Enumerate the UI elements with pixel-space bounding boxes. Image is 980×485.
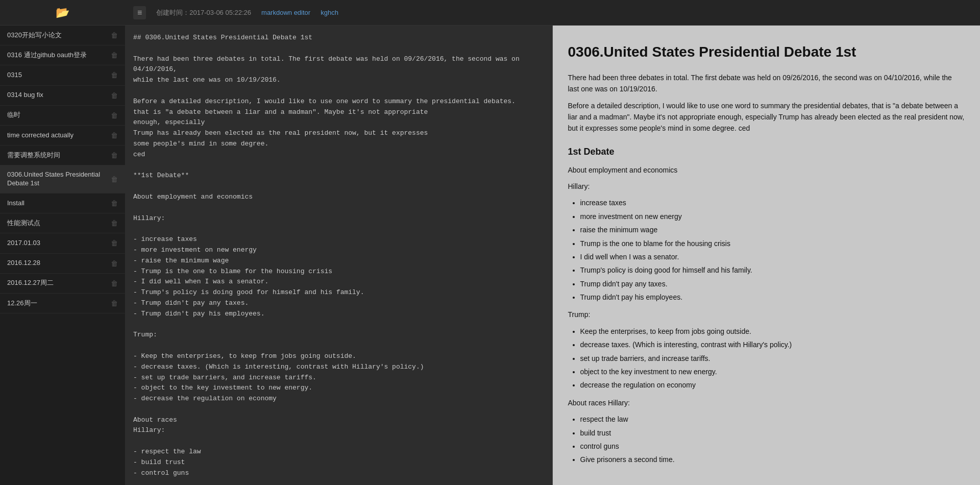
trash-icon-7[interactable]: 🗑 [111, 175, 118, 184]
main-area: ≡ 创建时间：2017-03-06 05:22:26 markdown edit… [125, 0, 980, 485]
topbar: ≡ 创建时间：2017-03-06 05:22:26 markdown edit… [125, 0, 980, 26]
trump-item-2: set up trade barriers, and increase tari… [580, 353, 965, 364]
hillary-item-3: Trump is the one to blame for the housin… [580, 238, 965, 249]
sidebar-item-6[interactable]: 需要调整系统时间 🗑 [0, 146, 125, 165]
sidebar-item-label-6: 需要调整系统时间 [7, 151, 111, 160]
hillary-item-2: raise the minimum wage [580, 224, 965, 235]
sidebar-items: 0320开始写小论文 🗑 0316 通过github oauth登录 🗑 031… [0, 26, 125, 485]
sidebar-item-2[interactable]: 0315 🗑 [0, 65, 125, 85]
editor-textarea[interactable] [125, 26, 552, 485]
races-item-1: build trust [580, 427, 965, 439]
trash-icon-10[interactable]: 🗑 [111, 238, 118, 248]
sidebar-item-label-8: Install [7, 199, 111, 208]
sidebar-item-7[interactable]: 0306.United States Presidential Debate 1… [0, 165, 125, 193]
sidebar-item-11[interactable]: 2016.12.28 🗑 [0, 254, 125, 274]
sidebar-item-label-7: 0306.United States Presidential Debate 1… [7, 171, 111, 188]
trump-item-1: decrease taxes. (Which is interesting, c… [580, 339, 965, 350]
markdown-editor-link[interactable]: markdown editor [261, 9, 310, 16]
trash-icon-13[interactable]: 🗑 [111, 299, 118, 308]
sidebar-item-label-9: 性能测试点 [7, 219, 111, 228]
trash-icon-5[interactable]: 🗑 [111, 131, 118, 140]
hillary-item-7: Trump didn't pay his employees. [580, 292, 965, 303]
sidebar-item-label-12: 2016.12.27周二 [7, 279, 111, 287]
hillary-item-1: more investment on new energy [580, 211, 965, 222]
hillary-item-6: Trump didn't pay any taxes. [580, 278, 965, 289]
preview-trump-label: Trump: [568, 309, 965, 320]
created-time: 创建时间：2017-03-06 05:22:26 [156, 8, 251, 17]
sidebar-item-label-3: 0314 bug fix [7, 91, 111, 100]
trash-icon-12[interactable]: 🗑 [111, 279, 118, 288]
trash-icon-3[interactable]: 🗑 [111, 91, 118, 100]
hillary-item-5: Trump's policy is doing good for himself… [580, 264, 965, 276]
trump-item-4: decrease the regulation on economy [580, 379, 965, 391]
trash-icon-11[interactable]: 🗑 [111, 259, 118, 268]
sidebar-item-8[interactable]: Install 🗑 [0, 193, 125, 213]
sidebar-header: 📂 [0, 0, 125, 26]
races-item-0: respect the law [580, 414, 965, 425]
sidebar-item-label-5: time corrected actually [7, 131, 111, 140]
preview-title: 0306.United States Presidential Debate 1… [568, 41, 965, 64]
races-item-3: Give prisoners a second time. [580, 454, 965, 465]
content-area: 0306.United States Presidential Debate 1… [125, 26, 980, 485]
preview-debate1-heading: 1st Debate [568, 144, 965, 159]
trump-list: Keep the enterprises, to keep from jobs … [580, 326, 965, 391]
trash-icon-9[interactable]: 🗑 [111, 219, 118, 228]
sidebar-item-label-10: 2017.01.03 [7, 239, 111, 248]
preview-intro: There had been three debates in total. T… [568, 72, 965, 95]
sidebar-item-4[interactable]: 临时 🗑 [0, 106, 125, 126]
hillary-item-4: I did well when I was a senator. [580, 251, 965, 262]
trash-icon-8[interactable]: 🗑 [111, 199, 118, 208]
sidebar-item-9[interactable]: 性能测试点 🗑 [0, 213, 125, 233]
sidebar-item-12[interactable]: 2016.12.27周二 🗑 [0, 274, 125, 294]
races-item-2: control guns [580, 441, 965, 452]
preview-hillary-label: Hillary: [568, 181, 965, 192]
preview-pane: 0306.United States Presidential Debate 1… [553, 26, 981, 485]
user-link[interactable]: kghch [321, 9, 338, 16]
hillary-item-0: increase taxes [580, 197, 965, 208]
sidebar-item-label-11: 2016.12.28 [7, 259, 111, 268]
trash-icon-1[interactable]: 🗑 [111, 51, 118, 60]
races-list: respect the lawbuild trustcontrol gunsGi… [580, 414, 965, 466]
sidebar-item-3[interactable]: 0314 bug fix 🗑 [0, 86, 125, 106]
sidebar-item-label-13: 12.26周一 [7, 299, 111, 308]
folder-icon[interactable]: 📂 [56, 6, 69, 19]
trash-icon-2[interactable]: 🗑 [111, 70, 118, 80]
sidebar-item-label-4: 临时 [7, 111, 111, 119]
sidebar-item-10[interactable]: 2017.01.03 🗑 [0, 233, 125, 253]
preview-employment-heading: About employment and economics [568, 164, 965, 176]
trash-icon-0[interactable]: 🗑 [111, 31, 118, 40]
sidebar-item-label-1: 0316 通过github oauth登录 [7, 51, 111, 60]
trump-item-0: Keep the enterprises, to keep from jobs … [580, 326, 965, 337]
menu-icon[interactable]: ≡ [133, 6, 146, 19]
sidebar: 📂 0320开始写小论文 🗑 0316 通过github oauth登录 🗑 0… [0, 0, 125, 485]
editor-pane [125, 26, 553, 485]
hillary-list: increase taxesmore investment on new ene… [580, 197, 965, 303]
sidebar-item-label-2: 0315 [7, 71, 111, 80]
preview-description: Before a detailed description, I would l… [568, 100, 965, 134]
sidebar-item-1[interactable]: 0316 通过github oauth登录 🗑 [0, 45, 125, 65]
trash-icon-4[interactable]: 🗑 [111, 111, 118, 120]
trash-icon-6[interactable]: 🗑 [111, 151, 118, 160]
sidebar-item-5[interactable]: time corrected actually 🗑 [0, 126, 125, 146]
trump-item-3: object to the key investment to new ener… [580, 366, 965, 377]
sidebar-item-0[interactable]: 0320开始写小论文 🗑 [0, 26, 125, 45]
preview-races-heading: About races Hillary: [568, 397, 965, 408]
sidebar-item-label-0: 0320开始写小论文 [7, 31, 111, 40]
sidebar-item-13[interactable]: 12.26周一 🗑 [0, 294, 125, 313]
